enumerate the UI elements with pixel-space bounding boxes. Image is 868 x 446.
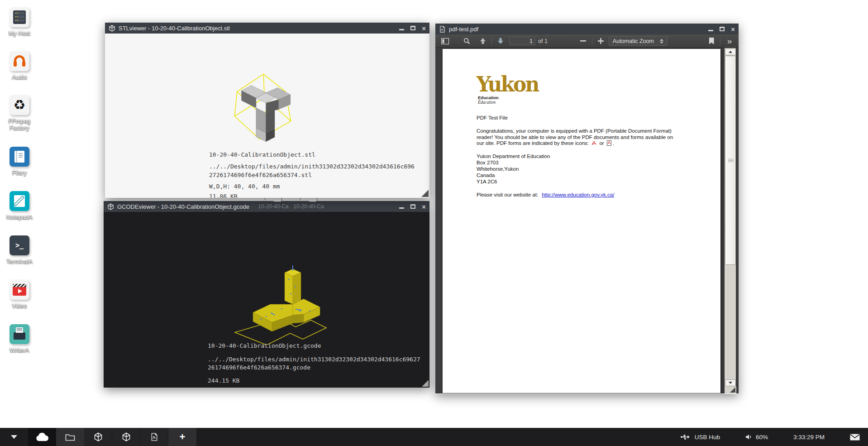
gcode-viewport[interactable]: 10-20-40-CalibrationObject.gcode ../../D…: [104, 212, 429, 388]
maximize-icon[interactable]: [410, 204, 415, 209]
stl-filepath: ../../Desktop/files/admin/inith31302d323…: [209, 162, 415, 179]
mail-status[interactable]: [850, 434, 860, 441]
maximize-icon[interactable]: [410, 26, 415, 30]
pdf-page: Yukon Education Éducation PDF Test File …: [443, 49, 720, 393]
yukon-logo: Yukon: [477, 74, 689, 95]
vertical-scrollbar[interactable]: [724, 48, 736, 393]
desktop-icon-label: My Host: [3, 30, 36, 37]
zoom-in-icon[interactable]: [595, 36, 607, 47]
address-block: Yukon Department of Education Box 2703 W…: [477, 153, 689, 185]
envelope-icon: [850, 434, 860, 441]
cube-icon: [109, 25, 115, 32]
pdf-titlebar[interactable]: pdf-test.pdf ×: [435, 24, 739, 34]
desktop-icon-my-host[interactable]: My Host: [3, 7, 36, 37]
gcode-viewer-window: GCODEviewer - 10-20-40-CalibrationObject…: [104, 201, 429, 388]
folder-icon: [65, 433, 75, 441]
logo-subtitle-fr: Éducation: [478, 100, 689, 105]
website-link[interactable]: http://www.education.gov.yk.ca/: [542, 192, 614, 197]
stl-filename: 10-20-40-CalibrationObject.stl: [209, 151, 415, 158]
desktop-icon-label: Video: [3, 302, 36, 309]
document-paragraph: Congratulations, your computer is equipp…: [477, 128, 689, 147]
scroll-down-icon[interactable]: [725, 379, 736, 386]
gcode-file-info: 10-20-40-CalibrationObject.gcode ../../D…: [208, 342, 420, 384]
gcode-filepath: ../../Desktop/files/admin/inith31302d323…: [208, 355, 420, 372]
clock[interactable]: 3:33:29 PM: [793, 434, 825, 441]
speaker-icon: [745, 434, 752, 440]
search-icon[interactable]: [461, 36, 472, 47]
minimize-icon[interactable]: [708, 30, 713, 31]
page-count-label: of 1: [538, 38, 548, 44]
stl-titlebar[interactable]: STLviewer - 10-20-40-CalibrationObject.s…: [105, 23, 429, 34]
pdf-content-area: Yukon Education Éducation PDF Test File …: [435, 48, 739, 393]
scrollbar-thumb[interactable]: [725, 56, 736, 265]
pdf-document-text: Yukon Education Éducation PDF Test File …: [477, 74, 689, 197]
stl-window-title: STLviewer - 10-20-40-CalibrationObject.s…: [119, 25, 395, 32]
desktop-icon-label: NotepadA: [3, 214, 36, 221]
desktop-icon-label: 10-20-40-Ca: [256, 203, 291, 210]
desktop-icon-audio[interactable]: Audio: [3, 51, 36, 81]
stl-viewport[interactable]: 10-20-40-CalibrationObject.stl ../../Des…: [105, 34, 429, 198]
new-window-button[interactable]: +: [168, 428, 196, 446]
bookmark-icon[interactable]: [706, 36, 717, 47]
desktop-icon-filary[interactable]: Filary: [3, 147, 36, 176]
plus-icon: +: [180, 432, 186, 442]
taskbar: + USB Hub 60% 3:33:29 PM: [0, 428, 868, 446]
gcode-3d-model: [227, 265, 331, 345]
volume-status[interactable]: 60%: [745, 434, 768, 441]
minimize-icon[interactable]: [399, 29, 404, 30]
headphones-icon: [10, 51, 29, 71]
cloud-button[interactable]: [28, 428, 56, 446]
pdf-toolbar: of 1 Automatic Zoom »: [435, 34, 739, 48]
usb-status[interactable]: USB Hub: [680, 434, 720, 441]
cloud-icon: [35, 432, 49, 441]
document-heading: PDF Test File: [477, 115, 689, 120]
desktop-icon-ffmpeg-factory[interactable]: ♻ FFmpeg Factory: [3, 95, 36, 131]
maximize-icon[interactable]: [720, 27, 725, 31]
stl-3d-model: [217, 58, 308, 149]
stl-viewer-window: STLviewer - 10-20-40-CalibrationObject.s…: [105, 23, 429, 198]
desktop: My Host Audio ♻ FFmpeg Factory Filary No…: [0, 0, 868, 446]
scroll-up-icon[interactable]: [725, 48, 736, 55]
gcode-filesize: 244.15 KB: [208, 377, 420, 384]
taskbar-tray: USB Hub 60% 3:33:29 PM: [655, 428, 868, 446]
close-icon[interactable]: ×: [731, 26, 735, 33]
page-number-input[interactable]: [509, 37, 535, 45]
resize-grip[interactable]: [421, 190, 429, 197]
desktop-icon-label: FFmpeg Factory: [3, 118, 36, 131]
notepad-icon: [10, 191, 29, 211]
cube-icon: [122, 432, 131, 441]
sidebar-toggle-icon[interactable]: [439, 36, 451, 47]
zoom-select[interactable]: Automatic Zoom: [609, 36, 668, 46]
close-icon[interactable]: ×: [422, 203, 426, 210]
acrobat-icon: [591, 141, 596, 146]
file-manager-button[interactable]: [56, 428, 84, 446]
desktop-icon-terminala[interactable]: >_ TerminalA: [3, 235, 36, 265]
website-line: Please visit our website at:http://www.e…: [477, 192, 689, 197]
resize-grip[interactable]: [422, 380, 429, 387]
close-icon[interactable]: ×: [422, 25, 426, 32]
spinner-arrows-icon: [660, 39, 663, 43]
usb-label: USB Hub: [695, 434, 720, 441]
task-gcodeviewer[interactable]: [112, 428, 140, 446]
desktop-icon-writera[interactable]: WriterA: [3, 324, 36, 354]
task-pdfviewer[interactable]: [140, 428, 168, 446]
pdf-viewer-window: pdf-test.pdf × of 1: [435, 24, 739, 394]
writer-icon: [10, 324, 29, 344]
volume-label: 60%: [756, 434, 768, 441]
minimize-icon[interactable]: [399, 207, 404, 209]
zoom-out-icon[interactable]: [577, 36, 589, 47]
desktop-icon-notepada[interactable]: NotepadA: [3, 191, 36, 221]
resize-grip[interactable]: [725, 387, 736, 393]
page-up-icon[interactable]: [477, 36, 489, 47]
desktop-icon-label: 10-20-40-Ca: [291, 203, 326, 210]
collapse-chevron-icon[interactable]: [0, 428, 28, 446]
zoom-select-value: Automatic Zoom: [613, 38, 655, 44]
more-tools-icon[interactable]: »: [723, 36, 735, 47]
desktop-icon-video[interactable]: Video: [3, 280, 36, 309]
website-label: Please visit our website at:: [477, 192, 538, 197]
page-down-icon[interactable]: [495, 36, 506, 47]
server-icon: [10, 7, 29, 27]
desktop-icon-label: WriterA: [3, 347, 36, 354]
video-icon: [10, 280, 29, 300]
task-stlviewer[interactable]: [84, 428, 112, 446]
